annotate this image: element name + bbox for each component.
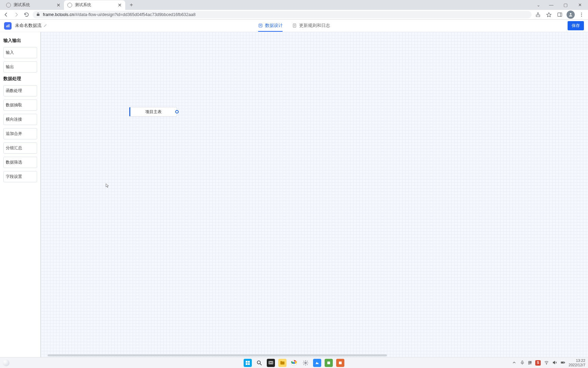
svg-marker-1	[546, 13, 551, 17]
share-icon[interactable]	[534, 10, 542, 19]
tab-label: 数据设计	[265, 22, 283, 29]
node-project-main[interactable]: 项目主表	[129, 107, 177, 117]
bookmark-star-icon[interactable]	[544, 10, 553, 19]
chrome-profile-button[interactable]	[566, 10, 575, 19]
svg-rect-9	[7, 25, 8, 27]
node-output-port[interactable]	[175, 110, 179, 113]
svg-rect-10	[9, 24, 10, 27]
palette-item-hjoin[interactable]: 横向连接	[3, 114, 37, 125]
svg-point-7	[581, 16, 582, 16]
mouse-cursor-icon	[105, 183, 110, 190]
chrome-address-bar: frame.bctools.cn/#/data-flow-ui/design?i…	[0, 10, 588, 20]
app-logo-icon	[4, 22, 12, 30]
tab-label: 更新规则和日志	[299, 22, 330, 29]
palette-sidebar: 输入输出 输入 输出 数据处理 函数处理 数据抽取 横向连接 追加合并 分组汇总…	[0, 32, 41, 357]
url-host: frame.bctools.cn	[43, 12, 74, 17]
new-tab-button[interactable]: ＋	[127, 1, 135, 9]
palette-item-groupby[interactable]: 分组汇总	[3, 142, 37, 154]
window-close-button[interactable]: ✕	[574, 1, 586, 9]
svg-point-6	[581, 14, 582, 15]
nav-forward-button[interactable]	[12, 11, 20, 19]
window-maximize-button[interactable]: ▢	[559, 1, 572, 9]
app-header: 未命名数据流 数据设计 更新规则和日志 保存	[0, 20, 588, 32]
palette-item-filter[interactable]: 数据筛选	[3, 157, 37, 168]
tabs-dropdown-button[interactable]: ⌄	[534, 1, 543, 9]
sidebar-section-title-processing: 数据处理	[3, 76, 37, 82]
palette-item-fields[interactable]: 字段设置	[3, 171, 37, 182]
header-tabs: 数据设计 更新规则和日志	[258, 20, 330, 32]
palette-item-input[interactable]: 输入	[3, 47, 37, 58]
nav-back-button[interactable]	[2, 11, 10, 19]
canvas[interactable]: 项目主表	[41, 32, 588, 357]
edit-pencil-icon[interactable]	[44, 23, 48, 28]
scrollbar-thumb[interactable]	[48, 354, 387, 356]
palette-item-fn[interactable]: 函数处理	[3, 85, 37, 96]
chrome-tab-strip: 测试系统 ✕ 测试系统 ✕ ＋ ⌄ — ▢ ✕	[0, 0, 588, 10]
svg-point-4	[570, 13, 572, 15]
svg-point-5	[581, 13, 582, 13]
tab-title: 测试系统	[75, 2, 115, 8]
nav-reload-button[interactable]	[22, 11, 31, 19]
node-label: 项目主表	[145, 109, 162, 115]
lock-icon	[36, 12, 40, 17]
svg-rect-8	[6, 26, 7, 27]
svg-rect-2	[558, 13, 562, 17]
palette-item-output[interactable]: 输出	[3, 61, 37, 73]
window-minimize-button[interactable]: —	[545, 1, 557, 9]
palette-item-extract[interactable]: 数据抽取	[3, 99, 37, 111]
work-area: 输入输出 输入 输出 数据处理 函数处理 数据抽取 横向连接 追加合并 分组汇总…	[0, 32, 588, 357]
chrome-menu-icon[interactable]	[577, 10, 586, 19]
favicon-icon	[67, 3, 72, 7]
svg-rect-11	[259, 24, 262, 27]
browser-tab-1[interactable]: 测试系统 ✕	[64, 0, 125, 10]
side-panel-icon[interactable]	[555, 10, 564, 19]
tab-close-icon[interactable]: ✕	[118, 3, 122, 7]
tab-close-icon[interactable]: ✕	[56, 3, 61, 7]
save-button[interactable]: 保存	[568, 21, 584, 30]
canvas-scroll[interactable]: 项目主表	[41, 32, 588, 357]
url-path: /#/data-flow-ui/design?id=dd365d04f54ac7…	[74, 12, 196, 17]
sidebar-section-title-io: 输入输出	[3, 37, 37, 44]
tab-data-design[interactable]: 数据设计	[258, 20, 283, 32]
favicon-icon	[6, 3, 11, 7]
palette-item-append[interactable]: 追加合并	[3, 128, 37, 139]
horizontal-scrollbar[interactable]	[41, 354, 588, 357]
doc-title: 未命名数据流	[15, 23, 42, 29]
tab-title: 测试系统	[14, 2, 54, 8]
url-field[interactable]: frame.bctools.cn/#/data-flow-ui/design?i…	[33, 11, 532, 18]
browser-tab-0[interactable]: 测试系统 ✕	[3, 0, 64, 10]
tab-rules-logs[interactable]: 更新规则和日志	[292, 20, 330, 32]
